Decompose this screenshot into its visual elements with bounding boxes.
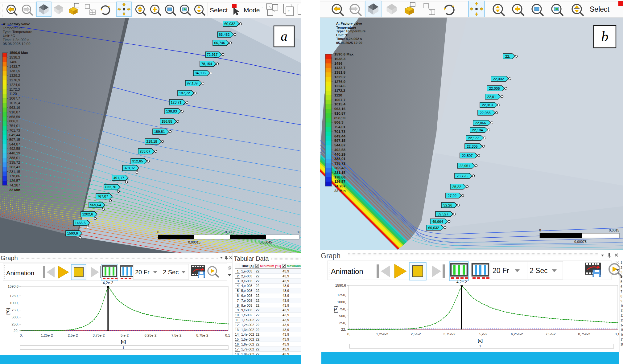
svg-text:754,01: 754,01 [9, 124, 20, 128]
svg-text:97,139: 97,139 [187, 81, 197, 85]
svg-text:123,71: 123,71 [171, 100, 181, 104]
svg-text:18: 18 [235, 352, 239, 355]
svg-text:60,032: 60,032 [428, 226, 439, 230]
svg-text:7,5e-2: 7,5e-2 [546, 332, 556, 336]
svg-text:66,746: 66,746 [214, 41, 225, 45]
svg-text:5: 5 [237, 289, 239, 292]
svg-text:1120: 1120 [9, 92, 17, 96]
svg-text:43,9: 43,9 [283, 279, 289, 283]
svg-text:43,9: 43,9 [283, 269, 289, 273]
svg-text:910,87: 910,87 [9, 110, 20, 114]
svg-text:969,64: 969,64 [90, 203, 101, 207]
svg-text:1590,6 Max: 1590,6 Max [334, 52, 354, 56]
svg-text:12: 12 [621, 314, 623, 317]
svg-text:500,: 500, [12, 315, 19, 319]
svg-text:1172,3: 1172,3 [9, 88, 20, 91]
svg-text:22,: 22, [14, 329, 19, 333]
svg-text:1,7e-002: 1,7e-002 [241, 347, 254, 351]
svg-text:22,: 22, [256, 342, 260, 346]
svg-text:A: Factory valve: A: Factory valve [336, 22, 362, 25]
svg-text:11: 11 [235, 318, 239, 322]
svg-text:5: 5 [621, 280, 622, 284]
svg-text:107,72: 107,72 [179, 91, 190, 95]
svg-text:Graph: Graph [1, 255, 18, 261]
svg-text:22,305: 22,305 [467, 145, 477, 148]
svg-text:597,15: 597,15 [9, 138, 20, 141]
svg-text:1: 1 [237, 269, 239, 273]
svg-text:0,1: 0,1 [615, 332, 620, 336]
svg-text:78,154: 78,154 [201, 62, 212, 66]
svg-text:Select: Select [590, 5, 610, 13]
svg-text:250,: 250, [339, 321, 346, 325]
svg-text:3,75e-2: 3,75e-2 [93, 333, 105, 337]
svg-text:1250,: 1250, [10, 294, 19, 298]
svg-text:0,: 0, [347, 332, 350, 336]
svg-text:b: b [601, 29, 609, 44]
svg-text:1590,6: 1590,6 [335, 284, 346, 287]
svg-text:22,177: 22,177 [468, 136, 479, 140]
svg-text:250,: 250, [12, 322, 19, 326]
svg-text:1329,2: 1329,2 [9, 74, 20, 77]
svg-text:750,: 750, [12, 308, 19, 312]
svg-text:6: 6 [237, 294, 239, 297]
svg-text:0,00045: 0,00045 [260, 240, 272, 244]
svg-text:1590,6: 1590,6 [8, 284, 19, 288]
svg-text:2,e-003: 2,e-003 [241, 274, 252, 278]
svg-text:3: 3 [237, 279, 239, 283]
svg-text:1433,7: 1433,7 [9, 65, 20, 68]
svg-text:22,: 22, [256, 269, 260, 273]
svg-text:858,59: 858,59 [334, 116, 346, 120]
svg-text:22,951: 22,951 [459, 164, 470, 168]
svg-text:5,e-2: 5,e-2 [121, 333, 129, 337]
svg-text:1015,4: 1015,4 [334, 102, 346, 106]
svg-text:22,005: 22,005 [489, 87, 500, 90]
svg-text:7,e-003: 7,e-003 [241, 299, 252, 302]
svg-text:3,75e-2: 3,75e-2 [443, 332, 455, 336]
svg-text:43,9: 43,9 [283, 323, 289, 327]
svg-text:13: 13 [621, 319, 623, 322]
svg-text:2 Sec: 2 Sec [163, 269, 179, 276]
svg-text:1,8e-002: 1,8e-002 [241, 352, 254, 355]
svg-text:1120: 1120 [334, 93, 342, 97]
svg-text:1224,6: 1224,6 [9, 83, 20, 87]
svg-text:17: 17 [235, 347, 239, 351]
svg-text:Time [s]: Time [s] [241, 264, 254, 268]
svg-text:4: 4 [237, 284, 239, 288]
svg-text:7: 7 [621, 290, 622, 293]
svg-text:15: 15 [235, 337, 239, 341]
svg-text:43,9: 43,9 [283, 313, 289, 317]
svg-text:1381,5: 1381,5 [334, 70, 346, 75]
svg-text:74,287: 74,287 [9, 183, 20, 187]
svg-text:388,01: 388,01 [334, 157, 346, 161]
svg-text:1590,6: 1590,6 [67, 231, 78, 235]
svg-text:701,73: 701,73 [334, 129, 346, 134]
svg-text:1329,2: 1329,2 [334, 75, 346, 79]
svg-text:43,9: 43,9 [283, 347, 289, 351]
svg-text:Mode: Mode [244, 6, 260, 14]
svg-text:13: 13 [235, 328, 239, 332]
svg-text:0: 0 [539, 228, 541, 232]
svg-text:05.06.2025 12:09: 05.06.2025 12:09 [3, 42, 31, 46]
svg-text:1015,4: 1015,4 [9, 101, 20, 105]
svg-text:1,4e-002: 1,4e-002 [241, 333, 254, 336]
svg-text:1067,7: 1067,7 [334, 98, 346, 102]
svg-text:178,86: 178,86 [9, 174, 20, 178]
svg-text:138,83: 138,83 [166, 109, 177, 113]
svg-text:0,: 0, [20, 333, 23, 337]
svg-text:22,: 22, [256, 274, 260, 278]
svg-text:22,: 22, [256, 347, 260, 351]
svg-text:22 Min: 22 Min [9, 188, 20, 192]
svg-text:Unit: °C: Unit: °C [3, 34, 15, 38]
svg-text:A: Factory valve: A: Factory valve [3, 22, 30, 26]
svg-text:43,9: 43,9 [283, 328, 289, 332]
svg-text:22,507: 22,507 [462, 154, 472, 157]
svg-text:7: 7 [237, 299, 239, 302]
svg-text:9: 9 [237, 308, 239, 312]
svg-text:Time: 4,2e-002 s: Time: 4,2e-002 s [336, 37, 362, 41]
svg-text:22,: 22, [256, 337, 260, 341]
svg-text:1538,3: 1538,3 [9, 55, 20, 59]
svg-text:23,726: 23,726 [456, 174, 467, 178]
svg-text:8,75e-2: 8,75e-2 [196, 333, 208, 337]
svg-text:3,e-003: 3,e-003 [241, 279, 252, 283]
svg-text:14: 14 [621, 324, 623, 327]
